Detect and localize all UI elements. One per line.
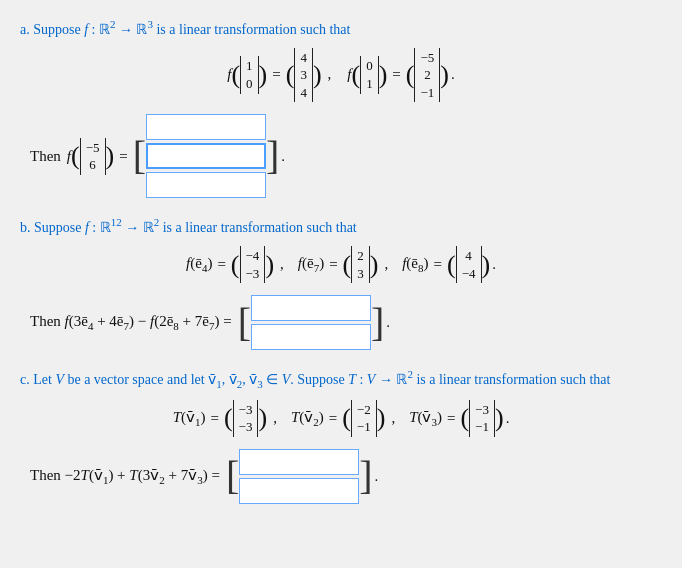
fe7-label: f(ē7) — [298, 255, 324, 274]
rparen-b1: ) — [265, 252, 274, 278]
fe7-val: 2 3 — [351, 246, 370, 283]
answer-inputs-c — [239, 449, 359, 504]
tv1-label: T(v̄1) — [173, 408, 206, 428]
vec-01: 0 1 — [360, 56, 379, 93]
section-b-equations: f(ē4) = ( −4 −3 ) , f(ē7) = ( 2 3 ) , f(… — [20, 246, 662, 283]
fe4-val: −4 −3 — [240, 246, 266, 283]
fe4-label: f(ē4) — [186, 255, 212, 274]
lparen-b3: ( — [447, 252, 456, 278]
lparen-4: ( — [406, 62, 415, 88]
then-expr-c: Then −2T(v̄1) + T(3v̄2 + 7v̄3) = — [30, 466, 220, 486]
answer-bracket-right-b: ] — [371, 303, 384, 343]
rparen-2: ) — [313, 62, 322, 88]
section-a-label: a. Suppose f : ℝ2 → ℝ3 is a linear trans… — [20, 22, 350, 37]
tv2-val: −2 −1 — [351, 400, 377, 437]
tv3-label: T(v̄3) — [409, 408, 442, 428]
section-c-equations: T(v̄1) = ( −3 −3 ) , T(v̄2) = ( −2 −1 ) … — [20, 400, 662, 437]
section-c-then: Then −2T(v̄1) + T(3v̄2 + 7v̄3) = [ ] . — [30, 449, 662, 504]
answer-bracket-left-a: [ — [133, 136, 146, 176]
answer-bracket-right-a: ] — [266, 136, 279, 176]
tv3-val: −3 −1 — [469, 400, 495, 437]
lparen-c2: ( — [342, 405, 351, 431]
tv1-val: −3 −3 — [233, 400, 259, 437]
then-expr-b: Then f(3ē4 + 4ē7) − f(2ē8 + 7ē7) = — [30, 313, 232, 332]
answer-bracket-left-c: [ — [226, 456, 239, 496]
answer-inputs-a — [146, 114, 266, 198]
section-c-header: c. Let V be a vector space and let v̄1, … — [20, 368, 662, 389]
lparen-c3: ( — [460, 405, 469, 431]
section-a: a. Suppose f : ℝ2 → ℝ3 is a linear trans… — [20, 18, 662, 198]
then-label-a: Then — [30, 148, 61, 165]
lparen-c1: ( — [224, 405, 233, 431]
tv2-label: T(v̄2) — [291, 408, 324, 428]
rparen-b3: ) — [482, 252, 491, 278]
vec-n56: −5 6 — [80, 138, 106, 175]
answer-c-row2[interactable] — [239, 478, 359, 504]
vec-10: 1 0 — [240, 56, 259, 93]
fe8-val: 4 −4 — [456, 246, 482, 283]
rparen-b2: ) — [370, 252, 379, 278]
rparen-c2: ) — [377, 405, 386, 431]
section-c: c. Let V be a vector space and let v̄1, … — [20, 368, 662, 504]
vec-n52n1: −5 2 −1 — [414, 48, 440, 103]
lparen-2: ( — [286, 62, 295, 88]
lparen-5: ( — [71, 143, 80, 169]
answer-a-row2[interactable] — [146, 143, 266, 169]
section-b: b. Suppose f : ℝ12 → ℝ2 is a linear tran… — [20, 216, 662, 350]
section-c-label: c. Let V be a vector space and let v̄1, … — [20, 372, 610, 387]
answer-a-row1[interactable] — [146, 114, 266, 140]
fe8-label: f(ē8) — [402, 255, 428, 274]
answer-a-row3[interactable] — [146, 172, 266, 198]
answer-c-row1[interactable] — [239, 449, 359, 475]
lparen-b1: ( — [231, 252, 240, 278]
rparen-1: ) — [259, 62, 268, 88]
rparen-5: ) — [106, 143, 115, 169]
answer-b-row1[interactable] — [251, 295, 371, 321]
rparen-c1: ) — [258, 405, 267, 431]
section-b-then: Then f(3ē4 + 4ē7) − f(2ē8 + 7ē7) = [ ] . — [30, 295, 662, 350]
lparen-b2: ( — [343, 252, 352, 278]
answer-bracket-right-c: ] — [359, 456, 372, 496]
lparen-1: ( — [231, 62, 240, 88]
answer-bracket-left-b: [ — [238, 303, 251, 343]
answer-b-row2[interactable] — [251, 324, 371, 350]
rparen-3: ) — [379, 62, 388, 88]
section-a-header: a. Suppose f : ℝ2 → ℝ3 is a linear trans… — [20, 18, 662, 38]
section-b-label: b. Suppose f : ℝ12 → ℝ2 is a linear tran… — [20, 220, 357, 235]
rparen-4: ) — [440, 62, 449, 88]
answer-inputs-b — [251, 295, 371, 350]
section-b-header: b. Suppose f : ℝ12 → ℝ2 is a linear tran… — [20, 216, 662, 236]
vec-434: 4 3 4 — [294, 48, 313, 103]
lparen-3: ( — [352, 62, 361, 88]
section-a-equations: f ( 1 0 ) = ( 4 3 4 ) , f ( 0 1 ) = ( −5… — [20, 48, 662, 103]
section-a-then: Then f ( −5 6 ) = [ ] . — [30, 114, 662, 198]
rparen-c3: ) — [495, 405, 504, 431]
